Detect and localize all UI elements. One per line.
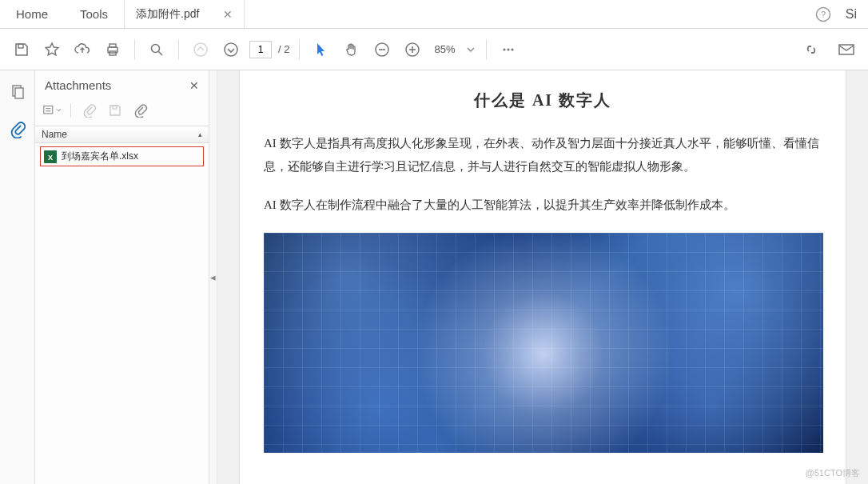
panel-save-icon[interactable] (106, 102, 124, 119)
svg-rect-18 (839, 45, 854, 54)
panel-add-icon[interactable] (132, 102, 149, 119)
close-file-icon[interactable]: ✕ (223, 8, 233, 21)
svg-point-16 (507, 48, 509, 50)
left-rail (0, 70, 35, 484)
rail-attachments-icon[interactable] (6, 118, 29, 141)
tab-home[interactable]: Home (0, 0, 64, 28)
sort-caret-icon: ▴ (198, 130, 202, 138)
page-total: / 2 (278, 43, 289, 55)
more-icon[interactable] (496, 38, 520, 62)
svg-rect-21 (44, 106, 53, 113)
file-tab[interactable]: 添加附件.pdf ✕ (124, 0, 245, 28)
panel-title: Attachments (45, 78, 189, 92)
attachments-list: X 到场嘉宾名单.xlsx (35, 143, 209, 484)
page-indicator: / 2 (249, 41, 289, 58)
attachments-panel: Attachments ✕ Name ▴ X 到场嘉宾名单.xlsx (35, 70, 209, 484)
panel-toolbar (35, 98, 209, 126)
chevron-down-icon[interactable] (465, 38, 476, 62)
doc-paragraph: AI 数字人是指具有高度拟人化形象呈现，在外表、动作及智力层面十分接近真人水平，… (264, 132, 822, 178)
file-tab-name: 添加附件.pdf (136, 7, 199, 22)
panel-open-icon[interactable] (81, 102, 98, 119)
zoom-value: 85% (434, 43, 455, 55)
doc-paragraph: AI 数字人在制作流程中融合了大量的人工智能算法，以提升其生产效率并降低制作成本… (264, 194, 822, 217)
star-icon[interactable] (40, 38, 64, 62)
cloud-upload-icon[interactable] (70, 38, 94, 62)
doc-title: 什么是 AI 数字人 (264, 90, 822, 111)
name-header-label: Name (42, 129, 67, 140)
svg-point-9 (225, 43, 237, 56)
mail-icon[interactable] (834, 38, 858, 62)
page-up-icon[interactable] (189, 38, 213, 62)
zoom-out-icon[interactable] (370, 38, 394, 62)
svg-point-6 (152, 44, 160, 52)
tab-bar: Home Tools 添加附件.pdf ✕ ? Si (0, 0, 868, 29)
excel-file-icon: X (44, 150, 57, 163)
attachment-filename: 到场嘉宾名单.xlsx (62, 150, 138, 163)
link-icon[interactable] (799, 38, 823, 62)
doc-image (264, 233, 823, 453)
rail-pages-icon[interactable] (6, 80, 29, 102)
tab-tools[interactable]: Tools (64, 0, 124, 28)
svg-rect-20 (15, 88, 23, 98)
watermark: @51CTO博客 (806, 467, 860, 479)
svg-line-7 (159, 51, 163, 55)
hand-icon[interactable] (340, 38, 364, 62)
svg-point-17 (511, 48, 513, 50)
svg-text:X: X (48, 154, 53, 162)
print-icon[interactable] (101, 38, 125, 62)
panel-collapse-handle[interactable]: ◂ (209, 70, 217, 484)
document-viewport[interactable]: 什么是 AI 数字人 AI 数字人是指具有高度拟人化形象呈现，在外表、动作及智力… (217, 70, 868, 484)
page-down-icon[interactable] (219, 38, 243, 62)
search-icon[interactable] (145, 38, 169, 62)
page-current-input[interactable] (249, 41, 272, 58)
attachment-row[interactable]: X 到场嘉宾名单.xlsx (40, 146, 204, 166)
toolbar: / 2 85% (0, 29, 868, 70)
help-icon[interactable]: ? (815, 6, 831, 22)
svg-point-15 (503, 48, 505, 50)
save-icon[interactable] (10, 38, 34, 62)
attachments-name-header[interactable]: Name ▴ (35, 126, 209, 143)
panel-options-icon[interactable] (43, 102, 61, 119)
svg-point-8 (194, 43, 207, 56)
panel-close-icon[interactable]: ✕ (189, 79, 199, 92)
svg-text:?: ? (821, 10, 826, 19)
svg-rect-4 (109, 44, 116, 47)
pdf-page: 什么是 AI 数字人 AI 数字人是指具有高度拟人化形象呈现，在外表、动作及智力… (239, 70, 846, 484)
signin-link[interactable]: Si (846, 7, 857, 22)
zoom-in-icon[interactable] (400, 38, 424, 62)
pointer-icon[interactable] (309, 38, 333, 62)
